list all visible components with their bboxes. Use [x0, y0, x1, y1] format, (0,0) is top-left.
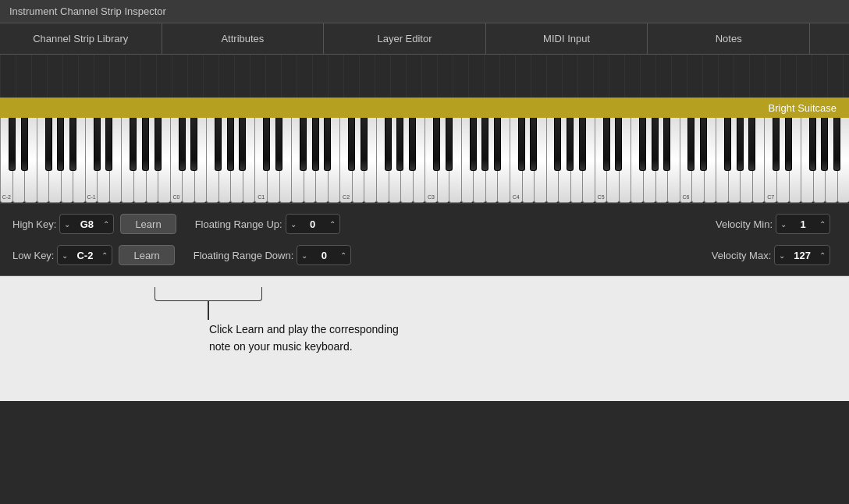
black-key[interactable]	[105, 118, 112, 171]
black-key[interactable]	[737, 118, 744, 171]
tab-extra[interactable]	[810, 23, 849, 54]
black-key[interactable]	[530, 118, 537, 171]
floating-range-up-stepper[interactable]: ⌄ 0 ⌃	[286, 214, 340, 234]
black-key[interactable]	[227, 118, 234, 171]
low-key-stepper[interactable]: ⌄ C-2 ⌃	[57, 245, 112, 265]
black-key[interactable]	[603, 118, 610, 171]
controls-row-2: Low Key: ⌄ C-2 ⌃ Learn Floating Range Do…	[12, 241, 837, 269]
black-key[interactable]	[433, 118, 440, 171]
black-key[interactable]	[785, 118, 792, 171]
black-key[interactable]	[57, 118, 64, 171]
black-key[interactable]	[833, 118, 840, 171]
floating-range-down-down-btn[interactable]: ⌄	[297, 246, 311, 264]
low-key-down-btn[interactable]: ⌄	[58, 246, 72, 264]
black-key[interactable]	[324, 118, 331, 171]
velocity-max-up-btn[interactable]: ⌃	[815, 246, 829, 264]
piano-keys[interactable]: C-2C-1C0C1C2C3C4C5C6C7	[0, 118, 849, 203]
title-bar: Instrument Channel Strip Inspector	[0, 0, 849, 23]
black-key[interactable]	[275, 118, 282, 171]
black-key[interactable]	[554, 118, 561, 171]
tab-bar: Channel Strip Library Attributes Layer E…	[0, 23, 849, 55]
floating-range-down-stepper[interactable]: ⌄ 0 ⌃	[297, 245, 351, 265]
key-label: C1	[258, 194, 265, 200]
high-key-up-btn[interactable]: ⌃	[99, 215, 113, 233]
callout-area: Click Learn and play the corresponding n…	[0, 276, 849, 401]
black-key[interactable]	[700, 118, 707, 171]
instrument-label-bar: Bright Suitcase	[0, 98, 849, 118]
key-label: C-1	[87, 194, 95, 200]
controls-area: High Key: ⌄ G8 ⌃ Learn Floating Range Up…	[0, 204, 849, 275]
black-key[interactable]	[69, 118, 76, 171]
floating-range-up-value: 0	[300, 218, 325, 230]
floating-range-up-down-btn[interactable]: ⌄	[286, 215, 300, 233]
black-key[interactable]	[687, 118, 694, 171]
black-key[interactable]	[190, 118, 197, 171]
black-key[interactable]	[809, 118, 816, 171]
black-key[interactable]	[396, 118, 403, 171]
black-key[interactable]	[348, 118, 355, 171]
black-key[interactable]	[239, 118, 246, 171]
black-key[interactable]	[518, 118, 525, 171]
black-key[interactable]	[748, 118, 755, 171]
black-key[interactable]	[21, 118, 28, 171]
floating-range-down-label: Floating Range Down:	[194, 250, 294, 261]
black-key[interactable]	[263, 118, 270, 171]
low-key-up-btn[interactable]: ⌃	[98, 246, 112, 264]
black-key[interactable]	[724, 118, 731, 171]
black-key[interactable]	[579, 118, 586, 171]
black-key[interactable]	[361, 118, 368, 171]
black-key[interactable]	[94, 118, 101, 171]
tab-channel-strip-library[interactable]: Channel Strip Library	[0, 23, 162, 54]
black-key[interactable]	[312, 118, 319, 171]
black-key[interactable]	[409, 118, 416, 171]
piano-keyboard[interactable]: C-2C-1C0C1C2C3C4C5C6C7	[0, 118, 849, 204]
floating-range-up-label: Floating Range Up:	[195, 218, 282, 230]
black-key[interactable]	[179, 118, 186, 171]
black-key[interactable]	[773, 118, 780, 171]
callout-bracket	[155, 287, 262, 301]
black-key[interactable]	[494, 118, 501, 171]
black-key[interactable]	[663, 118, 670, 171]
black-key[interactable]	[215, 118, 222, 171]
black-key[interactable]	[130, 118, 137, 171]
key-label: C7	[767, 194, 774, 200]
black-key[interactable]	[385, 118, 392, 171]
tab-layer-editor[interactable]: Layer Editor	[324, 23, 486, 54]
piano-background	[0, 55, 849, 98]
black-key[interactable]	[155, 118, 162, 171]
velocity-max-down-btn[interactable]: ⌄	[775, 246, 789, 264]
tab-midi-input[interactable]: MIDI Input	[486, 23, 648, 54]
black-key[interactable]	[652, 118, 659, 171]
high-key-stepper[interactable]: ⌄ G8 ⌃	[59, 214, 114, 234]
black-key[interactable]	[9, 118, 16, 171]
black-key[interactable]	[470, 118, 477, 171]
key-label: C-2	[2, 194, 11, 200]
black-key[interactable]	[615, 118, 622, 171]
black-key[interactable]	[639, 118, 646, 171]
high-key-down-btn[interactable]: ⌄	[60, 215, 74, 233]
low-key-label: Low Key:	[12, 250, 54, 261]
black-key[interactable]	[300, 118, 307, 171]
floating-range-down-up-btn[interactable]: ⌃	[336, 246, 350, 264]
title-label: Instrument Channel Strip Inspector	[9, 5, 166, 17]
black-key[interactable]	[45, 118, 52, 171]
tab-notes[interactable]: Notes	[648, 23, 810, 54]
high-key-learn-button[interactable]: Learn	[120, 214, 176, 234]
velocity-min-stepper[interactable]: ⌄ 1 ⌃	[776, 214, 830, 234]
black-key[interactable]	[821, 118, 828, 171]
velocity-max-stepper[interactable]: ⌄ 127 ⌃	[774, 245, 830, 265]
high-key-label: High Key:	[12, 218, 56, 230]
low-key-value: C-2	[72, 250, 98, 261]
key-label: C6	[682, 194, 689, 200]
floating-range-up-up-btn[interactable]: ⌃	[325, 215, 339, 233]
low-key-learn-button[interactable]: Learn	[119, 245, 174, 265]
velocity-min-value: 1	[790, 218, 815, 230]
black-key[interactable]	[481, 118, 488, 171]
velocity-min-label: Velocity Min:	[716, 218, 773, 230]
velocity-min-up-btn[interactable]: ⌃	[815, 215, 829, 233]
tab-attributes[interactable]: Attributes	[162, 23, 325, 54]
black-key[interactable]	[142, 118, 149, 171]
black-key[interactable]	[567, 118, 574, 171]
velocity-min-down-btn[interactable]: ⌄	[776, 215, 790, 233]
black-key[interactable]	[446, 118, 453, 171]
